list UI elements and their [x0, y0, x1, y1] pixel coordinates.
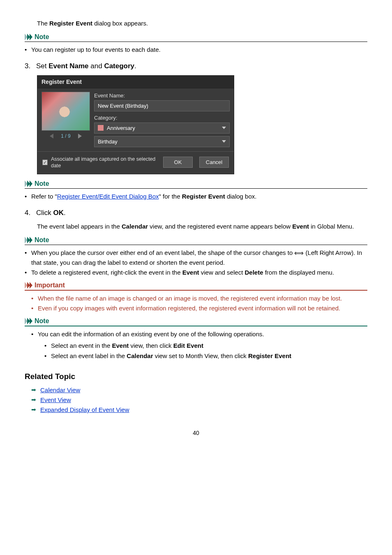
important-heading: Important	[25, 282, 367, 291]
event-name-label: Event Name:	[94, 92, 230, 99]
chevron-down-icon	[222, 127, 226, 129]
list-item: You can edit the information of an exist…	[31, 330, 367, 361]
text: view set to Month View, then click	[153, 352, 249, 359]
text-bold: Event Name	[48, 62, 88, 70]
category-label: Category:	[94, 115, 230, 121]
intro-paragraph: The Register Event dialog box appears.	[37, 19, 367, 28]
text-bold: Register Event	[248, 352, 291, 359]
text-bold: Event	[112, 342, 129, 349]
sub-list: Select an event in the Event view, then …	[44, 341, 367, 361]
step-4: 4. Click OK.	[25, 209, 367, 217]
text-bold: OK	[53, 209, 64, 217]
note-list: When you place the cursor over either en…	[25, 248, 367, 278]
prev-icon[interactable]	[50, 134, 53, 139]
step-text: Set Event Name and Category.	[36, 62, 136, 70]
note-heading: Note	[25, 33, 367, 42]
step-number: 3.	[25, 62, 36, 70]
thumbnail-nav: 1 / 9	[42, 131, 90, 140]
text: .	[64, 209, 66, 217]
list-item: Refer to "Register Event/Edit Event Dial…	[25, 192, 367, 201]
event-view-link[interactable]: Event View	[40, 396, 71, 403]
note-heading: Note	[25, 236, 367, 245]
important-label: Important	[35, 282, 65, 289]
step-3: 3. Set Event Name and Category.	[25, 62, 367, 70]
text-bold: Delete	[244, 269, 263, 276]
dropdown-value: Anniversary	[107, 125, 135, 131]
note-heading: Note	[25, 180, 367, 189]
ok-button[interactable]: OK	[163, 157, 193, 168]
associate-checkbox[interactable]: ✓ Associate all images captured on the s…	[42, 156, 157, 169]
list-item: Calendar View	[31, 385, 367, 395]
related-links-list: Calendar View Event View Expanded Displa…	[31, 385, 367, 415]
text: dialog box appears.	[92, 20, 148, 27]
text: Select an event label in the	[51, 352, 127, 359]
note-label: Note	[35, 180, 49, 187]
chevron-icon	[25, 34, 32, 40]
calendar-view-link[interactable]: Calendar View	[40, 386, 80, 393]
list-item: When the file name of an image is change…	[31, 294, 367, 303]
dropdown-value: Birthday	[98, 139, 118, 145]
text: Refer to "	[31, 193, 57, 200]
text-bold: Register Event	[49, 20, 92, 27]
text-bold: Event	[292, 223, 309, 230]
list-item: You can register up to four events to ea…	[25, 45, 367, 55]
text: Set	[36, 62, 48, 70]
list-item: Event View	[31, 395, 367, 405]
text: To delete a registered event, right-clic…	[31, 269, 182, 276]
category-dropdown[interactable]: Anniversary	[94, 123, 230, 134]
text: in Global Menu.	[309, 223, 354, 230]
text: When you place the cursor over either en…	[31, 249, 294, 256]
dialog-title: Register Event	[37, 76, 234, 88]
text: dialog box.	[225, 193, 257, 200]
note-label: Note	[35, 236, 49, 244]
next-icon[interactable]	[78, 134, 82, 139]
text: You can edit the information of an exist…	[38, 331, 264, 338]
thumbnail-image	[42, 92, 90, 131]
text: The event label appears in the	[37, 223, 122, 230]
text: view, then click	[129, 342, 173, 349]
text-bold: Calendar	[127, 352, 153, 359]
note-list: You can edit the information of an exist…	[31, 330, 367, 361]
important-list: When the file name of an image is change…	[31, 294, 367, 313]
chevron-icon	[25, 318, 32, 324]
note-label: Note	[35, 33, 49, 41]
note-heading: Note	[25, 317, 367, 326]
subcategory-dropdown[interactable]: Birthday	[94, 136, 230, 147]
left-right-arrow-icon: ⟺	[294, 248, 304, 258]
cancel-button[interactable]: Cancel	[199, 157, 229, 168]
checkbox-icon: ✓	[42, 160, 48, 165]
step4-paragraph: The event label appears in the Calendar …	[37, 222, 367, 231]
checkbox-label: Associate all images captured on the sel…	[51, 156, 157, 169]
chevron-icon	[25, 237, 32, 243]
list-item: Select an event label in the Calendar vi…	[44, 352, 367, 361]
list-item: When you place the cursor over either en…	[25, 248, 367, 268]
thumbnail-counter: 1 / 9	[61, 133, 70, 139]
text: " for the	[159, 193, 182, 200]
chevron-icon	[25, 180, 32, 187]
text: Click	[36, 209, 53, 217]
list-item: Even if you copy images with event infor…	[31, 304, 367, 313]
note-list: You can register up to four events to ea…	[25, 45, 367, 55]
text: Select an event in the	[51, 342, 112, 349]
related-topic-heading: Related Topic	[25, 372, 367, 381]
note-label: Note	[35, 317, 49, 325]
text: .	[134, 62, 136, 70]
list-item: Expanded Display of Event View	[31, 405, 367, 415]
expanded-event-view-link[interactable]: Expanded Display of Event View	[40, 406, 129, 413]
register-event-dialog: Register Event 1 / 9 Event Name: New Eve…	[37, 75, 234, 175]
step-text: Click OK.	[36, 209, 66, 217]
text: and	[89, 62, 104, 70]
text: from the displayed menu.	[263, 269, 334, 276]
text-bold: Register Event	[182, 193, 225, 200]
chevron-icon	[25, 282, 32, 289]
dialog-box-link[interactable]: Register Event/Edit Event Dialog Box	[57, 193, 159, 200]
list-item: To delete a registered event, right-clic…	[25, 268, 367, 278]
text-bold: Calendar	[122, 223, 148, 230]
chevron-down-icon	[222, 140, 226, 143]
color-swatch	[98, 125, 104, 131]
step-number: 4.	[25, 209, 36, 217]
text: The	[37, 20, 49, 27]
text: view and select	[199, 269, 245, 276]
event-name-input[interactable]: New Event (Birthday)	[94, 100, 230, 111]
text-bold: Category	[104, 62, 134, 70]
